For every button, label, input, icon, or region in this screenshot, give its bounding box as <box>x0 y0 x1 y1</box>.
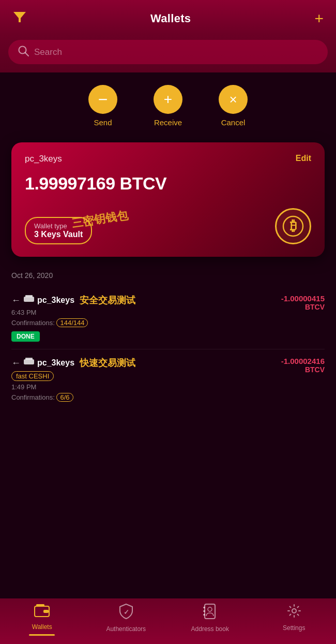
tx-conf-value-1: 144/144 <box>56 318 88 327</box>
tx-chinese-note-1: 安全交易测试 <box>80 294 135 306</box>
cancel-button[interactable]: × Cancel <box>219 85 248 127</box>
tx-confirmations-2: Confirmations: 6/6 <box>11 393 276 402</box>
search-input-wrap[interactable] <box>8 40 328 64</box>
receive-button[interactable]: + Receive <box>154 85 182 127</box>
wallets-nav-underline <box>29 634 55 636</box>
send-label: Send <box>94 118 112 127</box>
search-input[interactable] <box>34 47 318 57</box>
tx-badge-fast: fast CESHI <box>11 371 54 381</box>
action-row: − Send + Receive × Cancel <box>0 72 336 132</box>
nav-item-addressbook[interactable]: Address book <box>168 604 252 636</box>
table-row[interactable]: ← pc_3keys 安全交易测试 6:43 PM Confirmations:… <box>11 287 325 349</box>
svg-rect-6 <box>25 295 33 297</box>
svg-rect-10 <box>43 610 49 613</box>
wallet-card[interactable]: pc_3keys Edit 1.99997169 BTCV Wallet typ… <box>11 142 325 257</box>
svg-rect-11 <box>36 604 44 607</box>
wallet-card-section: pc_3keys Edit 1.99997169 BTCV Wallet typ… <box>0 132 336 262</box>
svg-rect-15 <box>203 607 205 608</box>
addressbook-nav-icon <box>203 604 217 623</box>
wallet-edit-button[interactable]: Edit <box>296 154 311 163</box>
app-header: Wallets + <box>0 0 336 35</box>
cancel-icon-circle: × <box>219 85 248 114</box>
wallet-balance: 1.99997169 BTCV <box>25 173 311 194</box>
svg-text:₿: ₿ <box>290 218 297 233</box>
tx-time-1: 6:43 PM <box>11 309 276 316</box>
tx-badge-done-1: DONE <box>11 331 40 342</box>
nav-item-settings[interactable]: Settings <box>252 604 337 636</box>
nav-item-authenticators[interactable]: ✓ Authenticators <box>84 604 169 636</box>
wallet-watermark: 三密钥钱包 <box>70 208 129 231</box>
tx-chinese-note-2: 快速交易测试 <box>80 357 135 369</box>
tx-title-row-2: ← pc_3keys 快速交易测试 <box>11 357 276 369</box>
svg-rect-17 <box>203 614 205 616</box>
send-button[interactable]: − Send <box>88 85 117 127</box>
wallet-card-footer: Wallet type 3 Keys Vault 三密钥钱包 ₿ <box>25 208 311 244</box>
search-bar <box>0 35 336 72</box>
tx-wallet-icon-1 <box>24 295 34 306</box>
bottom-navigation: Wallets ✓ Authenticators Address book <box>0 598 336 644</box>
transaction-section: Oct 26, 2020 ← pc_3keys 安全交易测试 6:43 PM C… <box>0 262 336 413</box>
receive-icon-circle: + <box>154 85 182 114</box>
tx-wallet-name-1: pc_3keys <box>37 296 74 305</box>
transaction-date: Oct 26, 2020 <box>11 271 325 280</box>
tx-conf-value-2: 6/6 <box>56 393 73 402</box>
svg-line-2 <box>25 53 28 56</box>
wallets-nav-label: Wallets <box>32 623 52 631</box>
authenticators-nav-icon: ✓ <box>119 604 133 623</box>
addressbook-nav-label: Address book <box>191 625 229 633</box>
wallet-type-name: 3 Keys Vault <box>34 230 83 239</box>
tx-arrow-1: ← <box>11 295 21 306</box>
svg-rect-8 <box>25 358 33 360</box>
tx-wallet-name-2: pc_3keys <box>37 358 74 368</box>
svg-point-14 <box>208 607 212 611</box>
tx-left-1: ← pc_3keys 安全交易测试 6:43 PM Confirmations:… <box>11 294 276 342</box>
search-icon <box>18 45 29 59</box>
add-wallet-icon[interactable]: + <box>314 10 324 27</box>
tx-confirmations-1: Confirmations: 144/144 <box>11 318 276 327</box>
tx-amount-value-1: -1.00000415 <box>281 294 325 303</box>
svg-rect-5 <box>24 297 34 302</box>
nav-item-wallets[interactable]: Wallets <box>0 604 84 636</box>
tx-arrow-2: ← <box>11 358 21 369</box>
page-title: Wallets <box>150 12 191 25</box>
tx-amount-1: -1.00000415 BTCV <box>281 294 325 342</box>
tx-amount-2: -1.00002416 BTCV <box>281 357 325 406</box>
settings-nav-icon <box>287 604 301 622</box>
cancel-label: Cancel <box>221 118 246 127</box>
svg-text:✓: ✓ <box>123 608 129 616</box>
tx-wallet-icon-2 <box>24 358 34 369</box>
svg-point-18 <box>292 609 296 613</box>
settings-nav-label: Settings <box>283 624 305 632</box>
tx-amount-value-2: -1.00002416 <box>281 357 325 365</box>
svg-rect-16 <box>203 610 205 612</box>
authenticators-nav-label: Authenticators <box>106 625 146 633</box>
tx-title-row-1: ← pc_3keys 安全交易测试 <box>11 294 276 306</box>
bitcoin-icon: ₿ <box>275 208 311 244</box>
send-icon-circle: − <box>88 85 117 114</box>
filter-icon[interactable] <box>12 9 27 27</box>
wallet-name: pc_3keys <box>25 154 62 164</box>
svg-marker-0 <box>13 12 26 22</box>
receive-label: Receive <box>154 118 182 127</box>
tx-amount-currency-1: BTCV <box>281 303 325 311</box>
tx-left-2: ← pc_3keys 快速交易测试 fast CESHI 1:49 PM Con… <box>11 357 276 406</box>
wallets-nav-icon <box>34 604 50 621</box>
svg-rect-7 <box>24 359 34 364</box>
tx-time-2: 1:49 PM <box>11 383 276 391</box>
table-row[interactable]: ← pc_3keys 快速交易测试 fast CESHI 1:49 PM Con… <box>11 349 325 413</box>
tx-amount-currency-2: BTCV <box>281 365 325 374</box>
wallet-card-header: pc_3keys Edit <box>25 154 311 164</box>
